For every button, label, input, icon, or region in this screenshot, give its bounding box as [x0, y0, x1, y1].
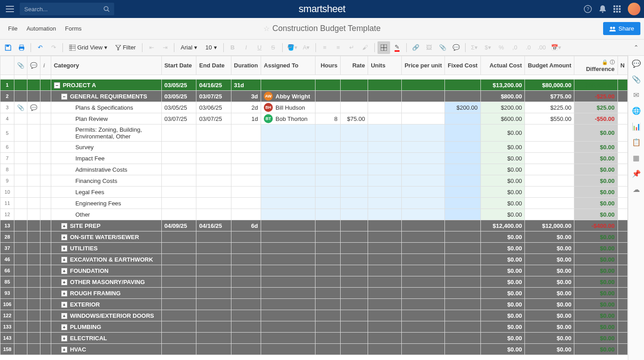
end-cell[interactable]: 03/07/25	[196, 113, 231, 124]
table-row[interactable]: 6Survey$0.00$0.00	[0, 142, 628, 153]
budget-cell[interactable]: $0.00	[525, 299, 574, 310]
fixed-cell[interactable]	[445, 187, 480, 198]
actual-cell[interactable]: $0.00	[480, 321, 525, 333]
budget-cell[interactable]: $0.00	[525, 288, 574, 299]
attachment-cell[interactable]	[14, 243, 27, 254]
diff-cell[interactable]: $0.00	[574, 310, 617, 321]
actual-cell[interactable]: $0.00	[480, 231, 525, 243]
actual-cell[interactable]: $0.00	[480, 124, 525, 142]
n-cell[interactable]	[617, 175, 627, 187]
attachment-cell[interactable]: 📎	[14, 102, 27, 113]
start-cell[interactable]	[161, 231, 196, 243]
comment-header[interactable]: 💬	[27, 56, 40, 75]
row-number[interactable]: 158	[0, 344, 14, 355]
n-cell[interactable]	[617, 321, 627, 333]
n-cell[interactable]	[617, 288, 627, 299]
category-cell[interactable]: Legal Fees	[51, 187, 161, 198]
image-icon[interactable]: 🖼	[423, 41, 435, 54]
category-cell[interactable]: Other	[51, 209, 161, 220]
row-number[interactable]: 93	[0, 288, 14, 299]
start-cell[interactable]	[161, 187, 196, 198]
activity-icon[interactable]: 📊	[632, 122, 641, 131]
duration-cell[interactable]	[231, 310, 261, 321]
table-row[interactable]: 122+WINDOWS/EXTERIOR DOORS$0.00$0.00$0.0…	[0, 310, 628, 321]
row-number[interactable]: 143	[0, 333, 14, 344]
info-cell[interactable]	[40, 80, 51, 91]
comment-cell[interactable]	[27, 288, 40, 299]
category-cell[interactable]: +PLUMBING	[51, 321, 161, 333]
col-diff[interactable]: 🔒 ⓘDifference	[574, 56, 617, 75]
fixed-cell[interactable]	[445, 175, 480, 187]
collapse-toolbar-icon[interactable]: ⌃	[630, 41, 642, 54]
fixed-cell[interactable]	[445, 321, 480, 333]
col-actual[interactable]: Actual Cost	[480, 56, 525, 75]
end-cell[interactable]	[196, 142, 231, 153]
comment-cell[interactable]	[27, 142, 40, 153]
attachment-cell[interactable]	[14, 231, 27, 243]
units-cell[interactable]	[368, 344, 402, 355]
rate-cell[interactable]	[340, 321, 368, 333]
actual-cell[interactable]: $600.00	[480, 113, 525, 124]
rownum-header[interactable]	[0, 56, 14, 75]
n-cell[interactable]	[617, 142, 627, 153]
info-cell[interactable]	[40, 344, 51, 355]
info-cell[interactable]	[40, 124, 51, 142]
comment-cell[interactable]	[27, 198, 40, 209]
units-cell[interactable]	[368, 321, 402, 333]
assigned-cell[interactable]	[261, 124, 315, 142]
publish-icon[interactable]: 🌐	[632, 107, 641, 115]
n-cell[interactable]	[617, 124, 627, 142]
comment-cell[interactable]	[27, 164, 40, 175]
font-selector[interactable]: Arial▾	[177, 41, 201, 54]
n-cell[interactable]	[617, 102, 627, 113]
actual-cell[interactable]: $0.00	[480, 164, 525, 175]
percent-icon[interactable]: %	[495, 41, 508, 54]
duration-cell[interactable]	[231, 231, 261, 243]
end-cell[interactable]	[196, 164, 231, 175]
hours-cell[interactable]	[315, 220, 341, 231]
col-n[interactable]: N	[617, 56, 627, 75]
col-rate[interactable]: Rate	[340, 56, 368, 75]
format-paint-icon[interactable]: 🖌	[359, 41, 372, 54]
budget-cell[interactable]	[525, 164, 574, 175]
conversations-icon[interactable]: 💬	[632, 59, 641, 68]
diff-cell[interactable]: $0.00	[574, 231, 617, 243]
actual-cell[interactable]: $0.00	[480, 142, 525, 153]
category-cell[interactable]: Adminstrative Costs	[51, 164, 161, 175]
attachment-cell[interactable]	[14, 299, 27, 310]
row-number[interactable]: 66	[0, 265, 14, 276]
ppu-cell[interactable]	[402, 254, 445, 265]
ppu-cell[interactable]	[402, 80, 445, 91]
assigned-cell[interactable]	[261, 142, 315, 153]
row-number[interactable]: 9	[0, 175, 14, 187]
expand-icon[interactable]: +	[61, 223, 67, 229]
comment-cell[interactable]	[27, 276, 40, 288]
start-cell[interactable]: 04/09/25	[161, 220, 196, 231]
actual-cell[interactable]: $0.00	[480, 288, 525, 299]
comment-cell[interactable]	[27, 299, 40, 310]
contact[interactable]: AWAbby Wright	[264, 92, 312, 101]
hours-cell[interactable]	[315, 231, 341, 243]
assigned-cell[interactable]	[261, 175, 315, 187]
units-cell[interactable]	[368, 220, 402, 231]
row-number[interactable]: 7	[0, 153, 14, 164]
comment-cell[interactable]	[27, 310, 40, 321]
duration-cell[interactable]	[231, 187, 261, 198]
actual-cell[interactable]: $0.00	[480, 254, 525, 265]
rate-cell[interactable]	[340, 153, 368, 164]
assigned-cell[interactable]	[261, 209, 315, 220]
table-row[interactable]: 93+ROUGH FRAMING$0.00$0.00$0.00	[0, 288, 628, 299]
assigned-cell[interactable]	[261, 299, 315, 310]
menu-forms[interactable]: Forms	[61, 22, 86, 36]
n-cell[interactable]	[617, 209, 627, 220]
table-row[interactable]: 28+ON-SITE WATER/SEWER$0.00$0.00$0.00	[0, 231, 628, 243]
col-hours[interactable]: Hours	[315, 56, 341, 75]
fixed-cell[interactable]	[445, 153, 480, 164]
actual-cell[interactable]: $800.00	[480, 91, 525, 102]
category-cell[interactable]: Permits: Zoning, Building, Environmental…	[51, 124, 161, 142]
n-cell[interactable]	[617, 243, 627, 254]
document-title[interactable]: Construction Budget Template	[272, 24, 381, 33]
row-number[interactable]: 2	[0, 91, 14, 102]
units-cell[interactable]	[368, 187, 402, 198]
duration-cell[interactable]	[231, 276, 261, 288]
